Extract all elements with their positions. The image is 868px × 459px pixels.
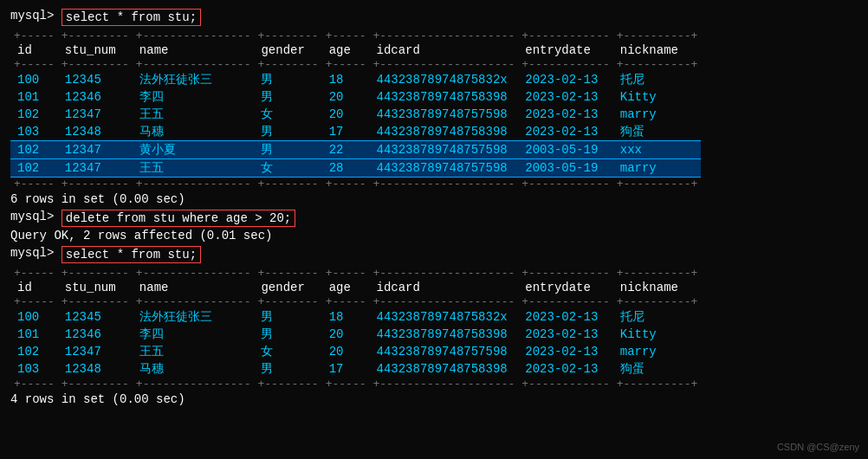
- sep-bottom-1: +-----+---------+----------------+------…: [10, 178, 701, 191]
- prompt-label-2: mysql>: [10, 210, 54, 223]
- result-summary-2: Query OK, 2 rows affected (0.01 sec): [10, 229, 858, 242]
- table-row: 10112346李四男204432387897487583982023-02-1…: [10, 88, 701, 106]
- table-1: +-----+---------+----------------+------…: [10, 29, 858, 191]
- table-row: 10212347王五女204432387897487575982023-02-1…: [10, 106, 701, 123]
- table-row: 10012345法外狂徒张三男1844323878974875832x2023-…: [10, 308, 701, 326]
- sep-bottom-2: +-----+---------+----------------+------…: [10, 378, 701, 391]
- table-row: 10312348马穗男174432387897487583982023-02-1…: [10, 360, 701, 378]
- sep-top-2: +-----+---------+----------------+------…: [10, 267, 701, 280]
- table-row: 10312348马穗男174432387897487583982023-02-1…: [10, 123, 701, 141]
- table-row: 10012345法外狂徒张三男1844323878974875832x2023-…: [10, 71, 701, 88]
- sep-top-1: +-----+---------+----------------+------…: [10, 29, 701, 42]
- prompt-2: mysql> delete from stu where age > 20;: [10, 210, 858, 227]
- result-summary-3: 4 rows in set (0.00 sec): [10, 392, 858, 406]
- terminal-window: mysql> select * from stu; +-----+-------…: [10, 9, 858, 406]
- table-2: +-----+---------+----------------+------…: [10, 267, 858, 391]
- table-row-highlighted: 10212347王五女284432387897487575982003-05-1…: [10, 159, 701, 178]
- prompt-label-3: mysql>: [10, 246, 54, 260]
- result-summary-1: 6 rows in set (0.00 sec): [10, 192, 858, 206]
- prompt-1: mysql> select * from stu;: [10, 9, 858, 26]
- table-row: 10112346李四男204432387897487583982023-02-1…: [10, 326, 701, 343]
- sep-header-2: +-----+---------+----------------+------…: [10, 295, 701, 308]
- command-2: delete from stu where age > 20;: [62, 210, 295, 227]
- query-section-1: mysql> select * from stu; +-----+-------…: [10, 9, 858, 206]
- table-row: 10212347王五女204432387897487575982023-02-1…: [10, 343, 701, 360]
- table-row-highlighted: 10212347黄小夏男224432387897487575982003-05-…: [10, 141, 701, 159]
- watermark: CSDN @CS@zeny: [777, 442, 859, 452]
- prompt-3: mysql> select * from stu;: [10, 246, 858, 263]
- command-3: select * from stu;: [62, 246, 201, 263]
- header-row-1: idstu_numnamegenderageidcardentrydatenic…: [10, 42, 701, 58]
- sep-header-1: +-----+---------+----------------+------…: [10, 58, 701, 71]
- query-section-2: mysql> delete from stu where age > 20; Q…: [10, 210, 858, 242]
- command-1: select * from stu;: [62, 9, 201, 26]
- query-section-3: mysql> select * from stu; +-----+-------…: [10, 246, 858, 406]
- prompt-label-1: mysql>: [10, 9, 54, 23]
- header-row-2: idstu_numnamegenderageidcardentrydatenic…: [10, 280, 701, 295]
